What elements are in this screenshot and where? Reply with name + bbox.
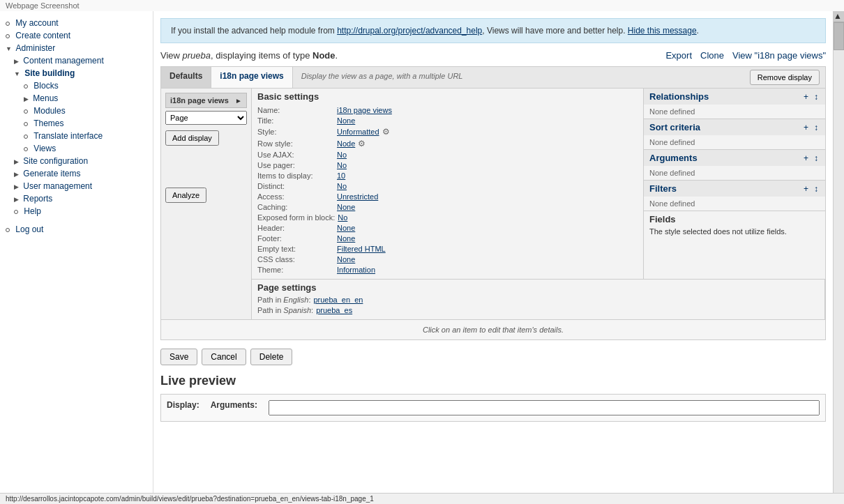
setting-row-style-value[interactable]: Node: [337, 139, 355, 148]
filters-add-btn[interactable]: +: [802, 184, 810, 194]
display-tab[interactable]: i18n page views: [211, 67, 292, 88]
blocks-link[interactable]: Blocks: [33, 81, 58, 91]
sidebar-item-translate-interface[interactable]: Translate interface: [0, 130, 153, 142]
circle-icon: [24, 84, 28, 89]
sidebar-item-modules[interactable]: Modules: [0, 105, 153, 117]
setting-empty-text-value[interactable]: Filtered HTML: [337, 245, 386, 253]
basic-settings-title: Basic settings: [257, 91, 638, 102]
setting-name-value[interactable]: i18n page views: [337, 106, 392, 114]
views-link[interactable]: Views: [33, 144, 56, 153]
sidebar-item-my-account[interactable]: My account: [0, 17, 153, 29]
sidebar-item-menus[interactable]: ▶ Menus: [0, 92, 153, 105]
page-select-dropdown[interactable]: Page: [165, 111, 247, 125]
defaults-tab[interactable]: Defaults: [161, 67, 211, 88]
view-node-type: Node: [312, 50, 336, 61]
arguments-input[interactable]: [269, 400, 820, 415]
themes-link[interactable]: Themes: [33, 119, 63, 128]
sidebar-item-site-configuration[interactable]: ▶ Site configuration: [0, 155, 153, 167]
modules-link[interactable]: Modules: [33, 106, 65, 116]
setting-items-value[interactable]: 10: [337, 171, 345, 180]
site-building-link[interactable]: Site building: [24, 68, 75, 78]
relationships-sort-btn[interactable]: ↕: [813, 92, 820, 102]
sidebar-item-create-content[interactable]: Create content: [0, 29, 153, 42]
views-left-panel: i18n page views ► Page Add display Analy…: [161, 89, 252, 319]
arguments-add-btn[interactable]: +: [802, 153, 810, 163]
sidebar-item-content-management[interactable]: ▶ Content management: [0, 54, 153, 67]
arguments-sort-btn[interactable]: ↕: [813, 153, 820, 163]
page-path-english-value[interactable]: prueba_en_en: [313, 296, 363, 304]
generate-items-link[interactable]: Generate items: [23, 169, 80, 178]
remove-display-button[interactable]: Remove display: [750, 70, 820, 85]
infobox-link[interactable]: http://drupal.org/project/advanced_help: [337, 26, 482, 36]
help-link[interactable]: Help: [24, 206, 41, 216]
setting-footer-value[interactable]: None: [337, 234, 355, 243]
filters-none: None defined: [649, 199, 695, 208]
menus-link[interactable]: Menus: [33, 93, 58, 103]
export-link[interactable]: Export: [665, 50, 692, 61]
setting-theme: Theme: Information: [257, 266, 638, 274]
view-display-link[interactable]: View "i18n page views": [732, 50, 826, 61]
setting-access-value[interactable]: Unrestricted: [337, 192, 378, 201]
filters-sort-btn[interactable]: ↕: [813, 184, 820, 194]
setting-title: Title: None: [257, 116, 638, 125]
scrollbar-up[interactable]: ▲: [834, 11, 844, 22]
clone-link[interactable]: Clone: [700, 50, 724, 61]
delete-button[interactable]: Delete: [250, 349, 293, 365]
translate-interface-link[interactable]: Translate interface: [33, 131, 103, 141]
gear-icon-2[interactable]: ⚙: [358, 139, 366, 148]
site-configuration-link[interactable]: Site configuration: [23, 156, 88, 166]
scrollbar[interactable]: ▲ ▼: [833, 11, 844, 504]
sidebar-item-help[interactable]: Help: [0, 205, 153, 217]
sidebar-item-user-management[interactable]: ▶ User management: [0, 180, 153, 192]
my-account-link[interactable]: My account: [15, 18, 58, 28]
user-management-link[interactable]: User management: [23, 181, 92, 191]
sidebar-item-views[interactable]: Views: [0, 142, 153, 155]
analyze-button[interactable]: Analyze: [165, 188, 206, 203]
relationships-content: None defined: [644, 105, 825, 119]
reports-link[interactable]: Reports: [23, 194, 52, 204]
page-path-spanish-value[interactable]: prueba_es: [316, 306, 352, 314]
views-bottom-bar: Click on an item to edit that item's det…: [161, 319, 825, 339]
setting-theme-value[interactable]: Information: [337, 266, 375, 274]
content-management-link[interactable]: Content management: [23, 56, 103, 66]
display-list: i18n page views ►: [165, 93, 247, 108]
create-content-link[interactable]: Create content: [15, 31, 70, 40]
status-bar-url: http://desarrollos.jacintopcapote.com/ad…: [6, 495, 374, 503]
views-container: Defaults i18n page views Display the vie…: [160, 66, 826, 340]
setting-title-value[interactable]: None: [337, 116, 355, 125]
setting-style-value[interactable]: Unformatted: [337, 128, 379, 136]
setting-pager-value[interactable]: No: [337, 161, 347, 169]
setting-caching-value[interactable]: None: [337, 203, 355, 211]
sort-criteria-add-btn[interactable]: +: [802, 123, 810, 132]
setting-header-value[interactable]: None: [337, 224, 355, 232]
sidebar-item-site-building[interactable]: ▼ Site building: [0, 67, 153, 79]
sidebar-item-logout[interactable]: Log out: [0, 223, 153, 236]
logout-link[interactable]: Log out: [15, 224, 43, 234]
filters-content: None defined: [644, 197, 825, 211]
sidebar-item-themes[interactable]: Themes: [0, 117, 153, 130]
display-list-item[interactable]: i18n page views ►: [165, 93, 247, 108]
sidebar-item-blocks[interactable]: Blocks: [0, 79, 153, 92]
sidebar-item-generate-items[interactable]: ▶ Generate items: [0, 167, 153, 180]
administer-link[interactable]: Administer: [16, 43, 56, 53]
sidebar-item-reports[interactable]: ▶ Reports: [0, 192, 153, 205]
relationships-add-btn[interactable]: +: [802, 92, 810, 102]
setting-access: Access: Unrestricted: [257, 192, 638, 201]
sidebar-item-administer[interactable]: ▼ Administer: [0, 42, 153, 54]
gear-icon[interactable]: ⚙: [382, 127, 390, 137]
setting-css-class: CSS class: None: [257, 255, 638, 264]
setting-css-class-value[interactable]: None: [337, 255, 355, 264]
scrollbar-thumb[interactable]: [834, 22, 844, 50]
sort-criteria-sort-btn[interactable]: ↕: [813, 123, 820, 132]
save-button[interactable]: Save: [160, 349, 197, 365]
filters-header: Filters + ↕: [644, 181, 825, 197]
setting-distinct-value[interactable]: No: [337, 182, 347, 190]
view-header: View prueba, displaying items of type No…: [160, 50, 826, 61]
hide-message-link[interactable]: Hide this message: [628, 26, 697, 36]
add-display-button[interactable]: Add display: [165, 130, 219, 146]
display-description: Display the view as a page, with a multi…: [301, 72, 463, 80]
cancel-button[interactable]: Cancel: [202, 349, 246, 365]
setting-exposed-form-value[interactable]: No: [338, 213, 347, 222]
setting-ajax-value[interactable]: No: [337, 151, 347, 159]
arguments-header: Arguments + ↕: [644, 150, 825, 166]
